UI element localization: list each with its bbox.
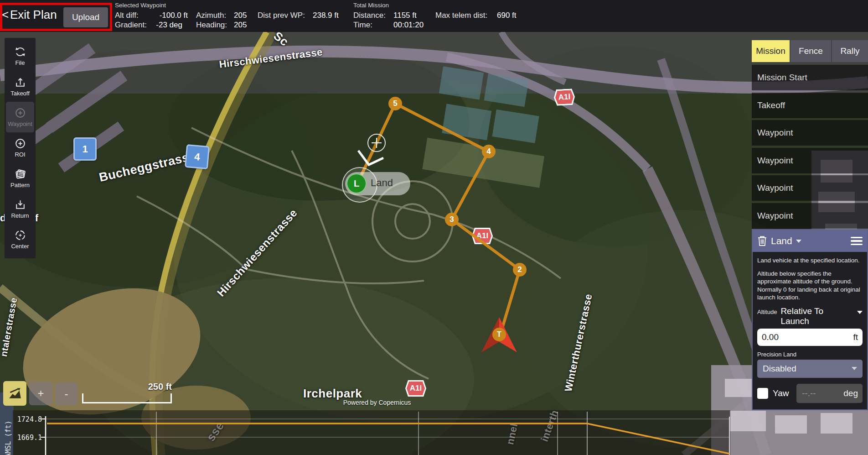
waypoint-tool-button[interactable]: Waypoint xyxy=(6,102,34,132)
return-icon xyxy=(14,199,26,211)
total-mission-title: Total Mission xyxy=(353,2,389,9)
waypoint-number: 3 xyxy=(445,213,459,226)
motorway-shield: A1l xyxy=(472,228,493,244)
exit-plan-button[interactable]: Exit Plan xyxy=(10,8,57,22)
transit-route-badge: 4 xyxy=(185,144,210,169)
pattern-icon xyxy=(14,168,26,180)
return-tool-button[interactable]: Return xyxy=(5,194,36,224)
yaw-checkbox[interactable] xyxy=(757,388,768,399)
land-description: Land vehicle at the specified location. xyxy=(757,256,863,265)
motorway-shield: A1l xyxy=(553,89,575,106)
chevron-down-icon[interactable] xyxy=(857,311,863,314)
zoom-out-button[interactable]: - xyxy=(55,382,78,405)
elevation-chart-icon xyxy=(7,386,23,401)
alt-diff-label: Alt diff: xyxy=(115,11,139,20)
plan-tools-panel: File Takeoff Waypoint ROI Pattern Return xyxy=(5,38,36,258)
gradient-value: -23 deg xyxy=(142,21,182,30)
mission-item-list: Mission Start Takeoff Waypoint Waypoint … xyxy=(752,65,868,229)
altitude-profile-toggle-button[interactable] xyxy=(3,381,26,406)
azimuth-label: Azimuth: xyxy=(196,11,226,20)
mission-item-waypoint[interactable]: Waypoint xyxy=(752,148,868,173)
altitude-input[interactable]: 0.00 ft xyxy=(757,329,863,346)
map-attribution: Powered by Copernicus xyxy=(309,399,445,406)
pattern-tool-button[interactable]: Pattern xyxy=(5,163,36,194)
land-item-editor: Land Land vehicle at the specified locat… xyxy=(752,229,868,410)
land-item-body: Land vehicle at the specified location. … xyxy=(753,252,867,409)
file-tool-button[interactable]: File xyxy=(5,41,36,71)
altitude-profile-panel: 1724.8 1669.1 xyxy=(13,410,730,455)
takeoff-letter: T xyxy=(492,328,506,341)
mission-item-waypoint[interactable]: Waypoint xyxy=(752,175,868,201)
altitude-value: 0.00 xyxy=(762,332,779,342)
zoom-in-button[interactable]: + xyxy=(29,382,52,405)
y-axis-tick: 1669.1 xyxy=(13,434,42,442)
altitude-profile-plot xyxy=(13,410,730,455)
mission-item-takeoff[interactable]: Takeoff xyxy=(752,93,868,118)
chevron-down-icon[interactable] xyxy=(796,240,801,243)
distance-value: 1155 ft xyxy=(393,11,417,20)
back-chevron-icon[interactable]: < xyxy=(2,8,9,22)
add-waypoint-icon xyxy=(14,107,26,119)
max-telem-label: Max telem dist: xyxy=(435,11,487,20)
y-axis-label: AMSL (ft) xyxy=(4,412,12,455)
waypoint-number: 4 xyxy=(482,145,496,158)
mission-item-waypoint[interactable]: Waypoint xyxy=(752,203,868,229)
land-marker[interactable]: L Land xyxy=(345,172,410,195)
altitude-note: Altitude below specifies the approximate… xyxy=(757,270,863,302)
time-value: 00:01:20 xyxy=(393,21,424,30)
item-menu-icon[interactable] xyxy=(851,237,863,246)
map-scale-bar xyxy=(82,393,172,403)
land-marker-label: Land xyxy=(371,177,393,189)
altitude-unit: ft xyxy=(853,332,858,342)
precision-land-select[interactable]: Disabled xyxy=(757,360,863,378)
alt-diff-value: -100.0 ft xyxy=(142,11,188,20)
mission-item-waypoint[interactable]: Waypoint xyxy=(752,120,868,146)
distance-label: Distance: xyxy=(353,11,386,20)
trash-icon[interactable] xyxy=(757,235,767,246)
dist-prev-label: Dist prev WP: xyxy=(258,11,305,20)
tab-rally[interactable]: Rally xyxy=(832,40,868,62)
altitude-label: Altitude xyxy=(757,309,777,315)
tab-fence[interactable]: Fence xyxy=(790,40,831,62)
max-telem-value: 690 ft xyxy=(497,11,517,20)
heading-label: Heading: xyxy=(196,21,227,30)
precision-land-value: Disabled xyxy=(763,364,796,374)
motorway-shield: A1l xyxy=(405,380,426,397)
sync-icon xyxy=(14,46,26,58)
waypoint-number: 2 xyxy=(513,263,527,277)
time-label: Time: xyxy=(353,21,372,30)
land-item-header[interactable]: Land xyxy=(753,230,867,252)
y-axis-tick: 1724.8 xyxy=(13,415,42,424)
heading-value: 205 xyxy=(234,21,247,30)
altitude-profile-line xyxy=(47,424,729,454)
map-scale-label: 250 ft xyxy=(82,382,172,392)
dist-prev-value: 238.9 ft xyxy=(313,11,339,20)
altitude-mode-select[interactable]: Relative To Launch xyxy=(780,306,853,326)
land-item-title: Land xyxy=(771,235,792,246)
azimuth-value: 205 xyxy=(234,11,247,20)
center-tool-button[interactable]: Center xyxy=(5,224,36,255)
yaw-label: Yaw xyxy=(773,388,789,398)
plan-toolbar: < Exit Plan Upload Selected Waypoint Alt… xyxy=(0,0,868,32)
land-marker-circle: L xyxy=(346,173,367,194)
takeoff-icon xyxy=(14,76,26,89)
tab-mission[interactable]: Mission xyxy=(752,40,790,62)
transit-route-badge: 1 xyxy=(73,137,97,161)
mission-item-mission-start[interactable]: Mission Start xyxy=(752,65,868,90)
precision-land-label: Precision Land xyxy=(757,351,863,358)
center-crosshair-icon xyxy=(14,229,26,241)
upload-button[interactable]: Upload xyxy=(63,7,108,27)
roi-tool-button[interactable]: ROI xyxy=(5,132,36,163)
selected-waypoint-title: Selected Waypoint xyxy=(115,2,166,9)
yaw-input[interactable]: --.-- deg xyxy=(796,384,863,403)
chevron-down-icon xyxy=(852,367,857,370)
waypoint-number: 5 xyxy=(388,97,402,110)
takeoff-tool-button[interactable]: Takeoff xyxy=(5,71,36,102)
yaw-value: --.-- xyxy=(802,388,816,398)
add-roi-icon xyxy=(14,137,26,150)
yaw-unit: deg xyxy=(843,388,858,398)
